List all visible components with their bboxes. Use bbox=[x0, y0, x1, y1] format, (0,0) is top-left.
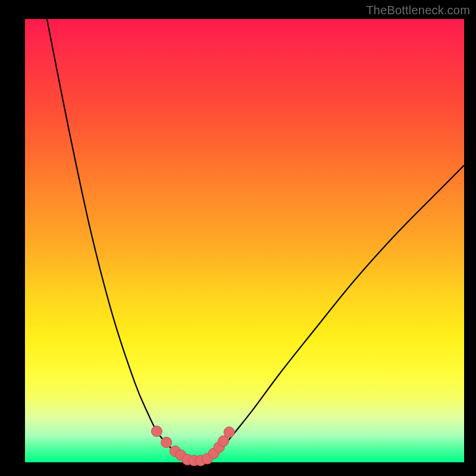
curve-left-branch bbox=[47, 19, 187, 462]
data-marker bbox=[151, 426, 162, 437]
data-marker bbox=[161, 437, 172, 447]
curves-layer bbox=[25, 19, 464, 462]
data-marker bbox=[224, 427, 234, 437]
markers-group bbox=[151, 426, 234, 466]
curve-right-branch bbox=[205, 165, 464, 462]
plot-area bbox=[25, 19, 464, 462]
watermark-label: TheBottleneck.com bbox=[366, 4, 470, 17]
chart-frame: TheBottleneck.com bbox=[0, 0, 476, 476]
